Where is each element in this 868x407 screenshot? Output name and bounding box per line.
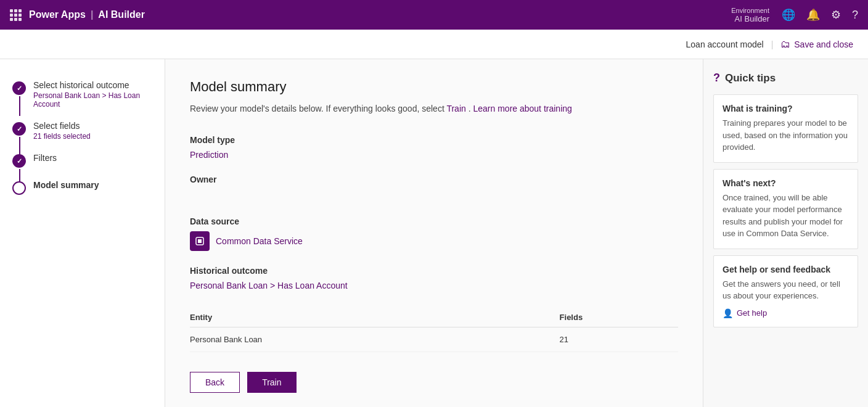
waffle-icon[interactable]	[10, 9, 22, 21]
tip-title-0: What is training?	[723, 104, 849, 113]
learn-more-link[interactable]: Learn more about training	[473, 104, 571, 113]
top-navigation: Power Apps | AI Builder Environment AI B…	[0, 0, 868, 30]
environment-name: AI Builder	[735, 14, 769, 23]
sidebar-item-filters[interactable]: ✓ Filters	[0, 147, 165, 174]
tip-body-1: Once trained, you will be able evaluate …	[723, 192, 849, 240]
entity-fields-table: Entity Fields Personal Bank Loan 21	[190, 308, 678, 352]
data-source-section: Data source Common Data Service	[190, 216, 678, 251]
step-subtitle-2: 21 fields selected	[33, 132, 152, 141]
brand-logo: Power Apps | AI Builder	[29, 9, 145, 20]
tip-card-what-is-training: What is training? Training prepares your…	[713, 94, 858, 163]
power-apps-label: Power Apps	[29, 9, 86, 20]
tip-card-get-help: Get help or send feedback Get the answer…	[713, 255, 858, 327]
step-content-4: Model summary	[33, 180, 152, 190]
sidebar-item-model-summary: Model summary	[0, 174, 165, 201]
model-type-value: Prediction	[190, 150, 678, 160]
data-source-name: Common Data Service	[216, 236, 303, 246]
subheader-divider: |	[771, 39, 774, 49]
common-data-service-icon	[190, 231, 210, 251]
owner-section: Owner	[190, 175, 678, 202]
svg-rect-1	[198, 239, 202, 243]
train-link[interactable]: Train	[446, 104, 465, 113]
environment-icon[interactable]: 🌐	[782, 8, 795, 22]
settings-icon[interactable]: ⚙	[831, 8, 841, 22]
step-content-1: Select historical outcome Personal Bank …	[33, 80, 152, 109]
get-help-row: 👤 Get help	[723, 308, 849, 318]
sidebar-item-select-fields[interactable]: ✓ Select fields 21 fields selected	[0, 115, 165, 147]
quick-tips-icon: ?	[713, 72, 720, 84]
page-title: Model summary	[190, 79, 678, 95]
step-circle-3: ✓	[12, 154, 26, 168]
save-close-label: Save and close	[794, 39, 853, 49]
data-source-box: Common Data Service	[190, 231, 678, 251]
sub-header: Loan account model | 🗂 Save and close	[0, 30, 868, 59]
quick-tips-panel: ? Quick tips What is training? Training …	[703, 59, 868, 407]
environment-info: Environment AI Builder	[731, 7, 769, 23]
topnav-icons: 🌐 🔔 ⚙ ?	[782, 8, 858, 22]
sidebar-item-select-historical-outcome[interactable]: ✓ Select historical outcome Personal Ban…	[0, 74, 165, 115]
step-title-3: Filters	[33, 153, 152, 163]
quick-tips-title: Quick tips	[725, 72, 776, 84]
step-title-2: Select fields	[33, 121, 152, 131]
fields-cell: 21	[560, 327, 678, 352]
model-name: Loan account model	[686, 39, 764, 49]
back-button[interactable]: Back	[190, 372, 240, 393]
tip-title-2: Get help or send feedback	[723, 265, 849, 274]
product-name: AI Builder	[98, 9, 145, 20]
content-description: Review your model's details below. If ev…	[190, 102, 678, 115]
environment-label: Environment	[731, 7, 769, 14]
tip-title-1: What's next?	[723, 178, 849, 188]
notification-icon[interactable]: 🔔	[806, 8, 820, 22]
historical-outcome-label: Historical outcome	[190, 266, 678, 276]
tip-card-whats-next: What's next? Once trained, you will be a…	[713, 169, 858, 249]
topnav-left: Power Apps | AI Builder	[10, 9, 145, 21]
tip-body-2: Get the answers you need, or tell us abo…	[723, 278, 849, 302]
content-area: Model summary Review your model's detail…	[165, 59, 703, 407]
model-type-section: Model type Prediction	[190, 135, 678, 160]
main-layout: ✓ Select historical outcome Personal Ban…	[0, 59, 868, 407]
step-subtitle-1: Personal Bank Loan > Has Loan Account	[33, 91, 152, 109]
step-circle-1: ✓	[12, 81, 26, 95]
fields-column-header: Fields	[560, 308, 678, 327]
train-button[interactable]: Train	[247, 372, 296, 393]
data-source-label: Data source	[190, 216, 678, 226]
step-title-4: Model summary	[33, 180, 152, 190]
save-icon: 🗂	[780, 39, 790, 50]
sidebar: ✓ Select historical outcome Personal Ban…	[0, 59, 165, 407]
topnav-right: Environment AI Builder 🌐 🔔 ⚙ ?	[731, 7, 858, 23]
model-type-label: Model type	[190, 135, 678, 145]
entity-cell: Personal Bank Loan	[190, 327, 560, 352]
quick-tips-header: ? Quick tips	[713, 72, 858, 84]
step-content-3: Filters	[33, 153, 152, 163]
table-row: Personal Bank Loan 21	[190, 327, 678, 352]
owner-value	[190, 189, 678, 202]
help-icon[interactable]: ?	[852, 9, 858, 22]
action-bar: Back Train	[190, 372, 678, 393]
step-circle-4	[12, 181, 26, 195]
step-circle-2: ✓	[12, 122, 26, 136]
save-close-button[interactable]: 🗂 Save and close	[780, 39, 853, 50]
brand-separator: |	[91, 9, 93, 20]
step-content-2: Select fields 21 fields selected	[33, 121, 152, 141]
get-help-link[interactable]: Get help	[737, 308, 767, 318]
get-help-icon: 👤	[723, 308, 733, 318]
historical-outcome-value: Personal Bank Loan > Has Loan Account	[190, 281, 678, 290]
step-title-1: Select historical outcome	[33, 80, 152, 90]
entity-column-header: Entity	[190, 308, 560, 327]
desc-middle: .	[469, 104, 471, 113]
historical-outcome-section: Historical outcome Personal Bank Loan > …	[190, 266, 678, 290]
tip-body-0: Training prepares your model to be used,…	[723, 117, 849, 154]
desc-prefix: Review your model's details below. If ev…	[190, 104, 444, 113]
owner-label: Owner	[190, 175, 678, 184]
